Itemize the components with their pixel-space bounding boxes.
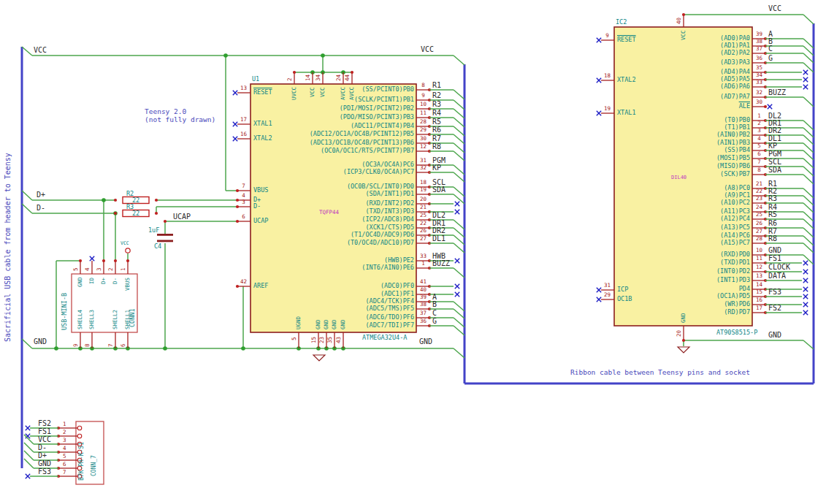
wire bbox=[454, 318, 464, 327]
c4-ref: C4 bbox=[154, 243, 161, 250]
pin-name: SHELL1 bbox=[125, 310, 131, 329]
wire bbox=[803, 228, 814, 237]
pin-name: (A13)PC5 bbox=[604, 224, 750, 231]
pin-number: 6 bbox=[753, 151, 765, 157]
pin-name: UGND bbox=[296, 316, 302, 329]
pin-number: 14 bbox=[305, 75, 311, 81]
net-label: R6 bbox=[768, 220, 777, 227]
pin-number: 4 bbox=[85, 267, 91, 271]
net-label: G bbox=[432, 318, 437, 325]
net-label: GND bbox=[768, 247, 781, 254]
pin-name: GND bbox=[324, 319, 329, 329]
wire bbox=[454, 109, 464, 118]
vcc-power-symbol bbox=[126, 248, 130, 253]
pin-name: (SS)PB4 bbox=[604, 147, 750, 153]
pin-number: 35 bbox=[327, 337, 333, 343]
pin-number: 13 bbox=[237, 85, 250, 91]
pin-number: 18 bbox=[417, 180, 429, 186]
gnd-symbol bbox=[678, 347, 689, 353]
pin-name: (PDO/MISO/PCINT3)PB3 bbox=[268, 114, 414, 121]
pin-name: (INT6/AIN0)PE6 bbox=[268, 264, 414, 271]
net-label: D+ bbox=[38, 452, 47, 459]
net-label: DR2 bbox=[768, 127, 781, 134]
pin-dot bbox=[236, 205, 239, 208]
wire bbox=[454, 243, 464, 253]
conn7-value: B7K-PH-K-S1 bbox=[79, 442, 85, 481]
pin-name: (MISO)PB6 bbox=[604, 163, 750, 169]
net-label: BUZZ bbox=[432, 260, 450, 267]
pin-number: 24 bbox=[336, 75, 342, 81]
pin-number: 31 bbox=[601, 283, 613, 289]
pin-name: (A8)PC0 bbox=[604, 185, 750, 191]
pin-number: 11 bbox=[753, 256, 765, 261]
pin-number: 21 bbox=[417, 205, 429, 210]
pin-number: 6 bbox=[237, 214, 250, 220]
net-label-dminus: D- bbox=[37, 205, 45, 212]
pin-name: (ADC13/OC1B/OC4B/PCINT13)PB6 bbox=[268, 140, 414, 146]
net-label: FS1 bbox=[38, 428, 51, 435]
pin-name: (T1)PB1 bbox=[604, 124, 750, 131]
pin-name: (OC0A/OC1C/RTS/PCINT7)PB7 bbox=[268, 148, 414, 154]
ic2-value: AT90S8515-P bbox=[716, 329, 757, 336]
pin-name: AVCC bbox=[340, 87, 346, 100]
pin-dot bbox=[236, 189, 239, 192]
pin-number: 44 bbox=[345, 75, 351, 81]
net-label-gnd: GND bbox=[768, 332, 781, 339]
pin-name: (HWB)PE2 bbox=[268, 257, 414, 264]
pin-number: 9 bbox=[601, 33, 613, 39]
ribbon-note: Ribbon cable between Teensy pins and soc… bbox=[570, 369, 750, 376]
pin-number: 30 bbox=[753, 99, 765, 105]
pin-number: 10 bbox=[417, 102, 429, 107]
wire bbox=[454, 100, 464, 110]
pin-name: SHELL4 bbox=[77, 310, 83, 329]
pin-number: 29 bbox=[417, 127, 429, 133]
net-label: C bbox=[432, 310, 437, 317]
net-label: PGM bbox=[768, 150, 781, 158]
pin-number: 7 bbox=[753, 159, 765, 165]
pin-number: 20 bbox=[417, 196, 429, 202]
pin-number: 11 bbox=[417, 110, 429, 116]
wire bbox=[803, 63, 814, 72]
net-label: R5 bbox=[432, 118, 441, 126]
net-label: FS3 bbox=[768, 289, 781, 296]
pin-number: 3 bbox=[96, 267, 102, 271]
pin-dot bbox=[682, 339, 685, 342]
pin-number: 5 bbox=[291, 337, 297, 340]
pin-dot bbox=[351, 71, 353, 74]
pin-name: (AD6)PA6 bbox=[604, 83, 750, 90]
pin-number: 28 bbox=[753, 236, 765, 242]
wire bbox=[24, 459, 34, 468]
pin-name: XTAL2 bbox=[253, 135, 272, 142]
pin-number: 36 bbox=[417, 318, 429, 324]
pin-number: 39 bbox=[753, 31, 765, 37]
net-label: KP bbox=[768, 142, 777, 150]
pin-number: 28 bbox=[417, 119, 429, 125]
vcc-power-label: VCC bbox=[121, 241, 129, 246]
pin-number: 38 bbox=[417, 302, 429, 308]
pin-name: (AIN1)PB3 bbox=[604, 140, 750, 146]
net-label: DL2 bbox=[432, 212, 445, 219]
pin-name: (ADC12/OC1A/OC4B/PCINT12)PB5 bbox=[268, 131, 414, 137]
pin-number: 33 bbox=[753, 80, 765, 85]
pin-number: 13 bbox=[753, 273, 765, 279]
pin-name: (TXD/INT3)PD3 bbox=[268, 208, 414, 215]
teensy-note-line1: Teensy 2.0 bbox=[145, 108, 186, 115]
pin-number: 3 bbox=[237, 199, 250, 205]
pin-name: VBUS bbox=[125, 278, 131, 291]
pin-name: AVCC bbox=[349, 87, 355, 100]
pin-name: (T0)PB0 bbox=[604, 117, 750, 123]
schematic-canvas: Sacrificial USB cable from header to Tee… bbox=[0, 0, 826, 504]
wire bbox=[24, 443, 34, 452]
pin-number: 17 bbox=[753, 305, 765, 311]
pin-number: 29 bbox=[601, 292, 613, 298]
pin-number: 12 bbox=[753, 264, 765, 270]
wire bbox=[454, 220, 464, 229]
pin-name: (A10)PC2 bbox=[604, 199, 750, 206]
capacitor-c4-plate bbox=[157, 234, 173, 236]
net-label: FS1 bbox=[768, 255, 781, 262]
pin-name: AREF bbox=[253, 283, 268, 289]
net-label: R8 bbox=[432, 143, 441, 150]
pin-dot bbox=[114, 259, 117, 262]
pin-number: 18 bbox=[601, 73, 613, 79]
net-label: R8 bbox=[768, 235, 777, 243]
